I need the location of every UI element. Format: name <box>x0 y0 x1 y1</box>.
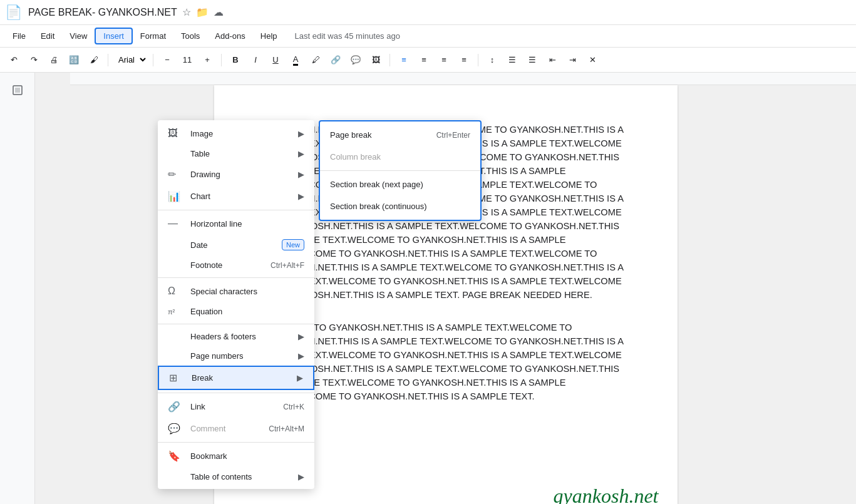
drawing-item-icon: ✏ <box>168 168 183 180</box>
comment-item-icon: 💬 <box>168 423 183 435</box>
menu-view[interactable]: View <box>62 29 95 43</box>
divider-2 <box>158 277 314 278</box>
font-size-value[interactable]: 11 <box>178 51 196 69</box>
break-item-icon: ⊞ <box>169 372 184 384</box>
insert-footnote-item[interactable]: Footnote Ctrl+Alt+F <box>158 255 314 275</box>
insert-comment-item[interactable]: 💬 Comment Ctrl+Alt+M <box>158 418 314 440</box>
pagebreak-label: Page break <box>330 130 436 140</box>
pagebreak-shortcut: Ctrl+Enter <box>436 131 470 140</box>
indent-less-btn[interactable]: ⇤ <box>544 51 561 69</box>
divider-1 <box>158 210 314 210</box>
footnote-item-label: Footnote <box>190 260 266 270</box>
break-section-next-item[interactable]: Section break (next page) <box>320 173 480 195</box>
toolbar: ↶ ↷ 🖨 🔠 🖌 Arial − 11 + B I U A 🖊 🔗 💬 🖼 ≡… <box>0 48 856 73</box>
insert-date-item[interactable]: Date New <box>158 234 314 255</box>
divider-5 <box>158 442 314 443</box>
insert-image-item[interactable]: 🖼 Image ▶ <box>158 123 314 144</box>
doc-icon: 📄 <box>5 4 22 21</box>
divider-4 <box>158 393 314 393</box>
insert-special-item[interactable]: Ω Special characters <box>158 280 314 302</box>
paint-format-btn[interactable]: 🖌 <box>85 51 103 69</box>
menu-addons[interactable]: Add-ons <box>207 29 252 43</box>
line-spacing-btn[interactable]: ↕ <box>483 51 501 69</box>
italic-btn[interactable]: I <box>247 51 264 69</box>
link-btn[interactable]: 🔗 <box>327 51 344 69</box>
align-center-btn[interactable]: ≡ <box>415 51 433 69</box>
toc-arrow-icon: ▶ <box>298 472 304 481</box>
sidebar <box>0 73 35 504</box>
columnbreak-label: Column break <box>330 152 470 162</box>
insert-equation-item[interactable]: π² Equation <box>158 302 314 321</box>
undo-btn[interactable]: ↶ <box>5 51 23 69</box>
spellcheck-btn[interactable]: 🔠 <box>65 51 83 69</box>
link-shortcut: Ctrl+K <box>283 403 304 411</box>
section-next-label: Section break (next page) <box>330 180 470 189</box>
last-edit: Last edit was 45 minutes ago <box>295 31 400 41</box>
insert-pagenumbers-item[interactable]: Page numbers ▶ <box>158 346 314 366</box>
redo-btn[interactable]: ↷ <box>25 51 43 69</box>
break-pagebreak-item[interactable]: Page break Ctrl+Enter <box>320 124 480 146</box>
clear-format-btn[interactable]: ✕ <box>584 51 601 69</box>
sep4 <box>389 54 390 66</box>
align-left-btn[interactable]: ≡ <box>395 51 413 69</box>
menu-edit[interactable]: Edit <box>33 29 62 43</box>
break-columnbreak-item: Column break <box>320 146 480 168</box>
print-btn[interactable]: 🖨 <box>45 51 63 69</box>
table-item-label: Table <box>190 149 298 158</box>
bold-btn[interactable]: B <box>227 51 244 69</box>
cloud-icon[interactable]: ☁ <box>214 6 224 18</box>
highlight-btn[interactable]: 🖊 <box>307 51 324 69</box>
font-select[interactable]: Arial <box>113 53 148 66</box>
chart-arrow-icon: ▶ <box>298 192 304 201</box>
menu-format[interactable]: Format <box>133 29 173 43</box>
insert-hline-item[interactable]: — Horizontal line <box>158 213 314 234</box>
image-arrow-icon: ▶ <box>298 129 304 138</box>
title-bar: 📄 PAGE BREAK- GYANKOSH.NET ☆ 📁 ☁ <box>0 0 856 25</box>
list-ordered-btn[interactable]: ☰ <box>523 51 541 69</box>
font-size-minus[interactable]: − <box>158 51 176 69</box>
comment-btn[interactable]: 💬 <box>347 51 364 69</box>
insert-chart-item[interactable]: 📊 Chart ▶ <box>158 185 314 207</box>
equation-item-label: Equation <box>190 307 304 316</box>
indent-more-btn[interactable]: ⇥ <box>564 51 581 69</box>
doc-area[interactable]: GYANKOSH.NET.THIS IS A SAMPLE TEXT.WELCO… <box>35 73 856 504</box>
underline-btn[interactable]: U <box>267 51 284 69</box>
folder-icon[interactable]: 📁 <box>196 6 209 18</box>
headers-arrow-icon: ▶ <box>298 332 304 341</box>
insert-link-item[interactable]: 🔗 Link Ctrl+K <box>158 396 314 418</box>
link-item-label: Link <box>190 402 278 411</box>
star-icon[interactable]: ☆ <box>182 6 191 18</box>
sep2 <box>153 54 153 66</box>
align-justify-btn[interactable]: ≡ <box>455 51 473 69</box>
insert-dropdown: 🖼 Image ▶ Table ▶ ✏ Drawing ▶ 📊 Chart ▶ <box>158 120 314 489</box>
list-unordered-btn[interactable]: ☰ <box>503 51 521 69</box>
insert-drawing-item[interactable]: ✏ Drawing ▶ <box>158 163 314 185</box>
sep1 <box>108 54 108 66</box>
menu-insert[interactable]: Insert <box>95 28 133 44</box>
ruler <box>70 73 856 85</box>
align-right-btn[interactable]: ≡ <box>435 51 453 69</box>
text-color-btn[interactable]: A <box>287 51 304 69</box>
insert-headers-item[interactable]: Headers & footers ▶ <box>158 327 314 346</box>
svg-rect-1 <box>15 88 20 93</box>
drawing-item-label: Drawing <box>190 170 298 179</box>
menu-tools[interactable]: Tools <box>173 29 207 43</box>
bookmark-item-label: Bookmark <box>190 451 304 461</box>
insert-table-item[interactable]: Table ▶ <box>158 144 314 163</box>
menu-file[interactable]: File <box>5 29 33 43</box>
image-item-icon: 🖼 <box>168 128 183 139</box>
insert-bookmark-item[interactable]: 🔖 Bookmark <box>158 445 314 467</box>
divider-3 <box>158 324 314 324</box>
hline-item-label: Horizontal line <box>190 219 304 229</box>
font-size-plus[interactable]: + <box>199 51 216 69</box>
insert-toc-item[interactable]: Table of contents ▶ <box>158 467 314 486</box>
menu-help[interactable]: Help <box>253 29 285 43</box>
special-item-icon: Ω <box>168 285 183 297</box>
pagenumbers-arrow-icon: ▶ <box>298 351 304 361</box>
break-section-continuous-item[interactable]: Section break (continuous) <box>320 195 480 217</box>
insert-break-item[interactable]: ⊞ Break ▶ <box>158 366 314 390</box>
sidebar-margins-btn[interactable] <box>5 78 30 103</box>
break-arrow-icon: ▶ <box>297 373 303 383</box>
image-btn[interactable]: 🖼 <box>367 51 384 69</box>
image-item-label: Image <box>190 129 298 138</box>
